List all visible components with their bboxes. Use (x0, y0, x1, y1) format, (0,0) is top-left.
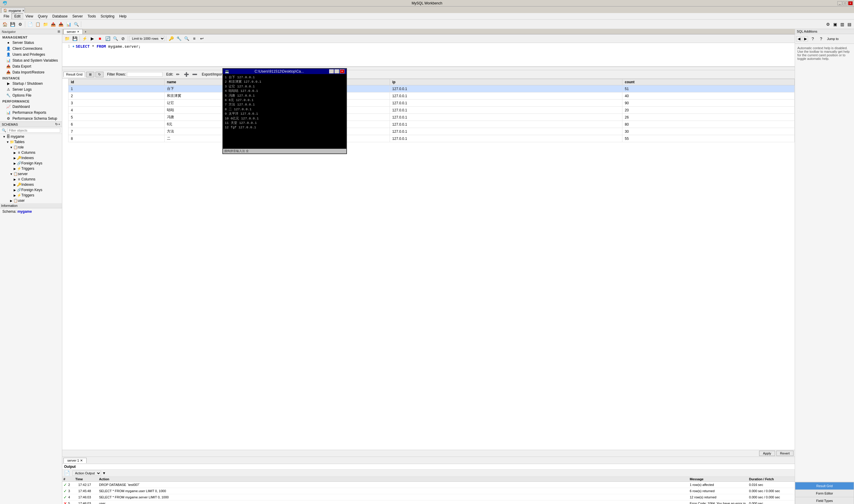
editor-tab-server[interactable]: server ✕ (64, 29, 83, 34)
find-btn[interactable]: 🔍 (183, 35, 190, 42)
edit-icon-2[interactable]: ➕ (183, 71, 190, 78)
sql-content[interactable]: SELECT * FROM mygame.server; (76, 44, 141, 49)
minimize-btn[interactable]: _ (837, 1, 842, 5)
btn2[interactable]: 📄 (27, 21, 34, 28)
close-btn[interactable]: ✕ (848, 1, 853, 5)
sidebar-item-startup-shutdown[interactable]: ▶ Startup / Shutdown (0, 80, 62, 87)
toggle-server-indexes[interactable]: ▶ (13, 183, 17, 186)
output-tab-server1[interactable]: server 1 ✕ (64, 458, 87, 463)
tree-item-mygame[interactable]: ▼ 🗄 mygame (0, 134, 62, 139)
output-row[interactable]: ✕517:46:03userError Code: 1064. You have… (62, 501, 795, 504)
filter-input[interactable] (7, 128, 60, 133)
cmd-minimize-btn[interactable]: _ (329, 69, 334, 73)
btn6[interactable]: 📥 (57, 21, 64, 28)
sidebar-item-data-export[interactable]: 📤 Data Export (0, 64, 62, 69)
wrap-btn[interactable]: ↩ (198, 35, 206, 42)
btn3[interactable]: 📋 (34, 21, 41, 28)
sidebar-item-dashboard[interactable]: 📈 Dashboard (0, 104, 62, 110)
layout-btn-3[interactable]: ▤ (846, 21, 853, 28)
beautify-btn[interactable]: 🔧 (175, 35, 182, 42)
menu-server[interactable]: Server (70, 14, 85, 19)
table-row[interactable]: 3让它127.0.0.190 (69, 100, 795, 107)
btn5[interactable]: 📤 (50, 21, 57, 28)
layout-btn-1[interactable]: ▣ (832, 21, 839, 28)
tree-item-server-triggers[interactable]: ▶ ⚡ Triggers (0, 193, 62, 198)
tree-item-server-indexes[interactable]: ▶ 🔑 Indexes (0, 182, 62, 187)
settings-btn[interactable]: ⚙ (17, 21, 24, 28)
sidebar-item-server-status[interactable]: ● Server Status (0, 40, 62, 46)
editor-tab-close[interactable]: ✕ (77, 30, 80, 33)
tree-item-server-columns[interactable]: ▶ ≡ Columns (0, 177, 62, 182)
form-editor-side-btn[interactable]: Form Editor (795, 489, 854, 497)
tree-item-role-columns[interactable]: ▶ ≡ Columns (0, 150, 62, 155)
menu-scripting[interactable]: Scripting (98, 14, 117, 19)
toggle-role-columns[interactable]: ▶ (13, 151, 17, 155)
column-btn[interactable]: ≡ (191, 35, 198, 42)
action-output-select[interactable]: Action Output (72, 470, 101, 476)
gear-icon[interactable]: ⚙ (824, 21, 832, 28)
tree-item-role-indexes[interactable]: ▶ 🔑 Indexes (0, 155, 62, 161)
menu-tools[interactable]: Tools (85, 14, 98, 19)
toggle-role[interactable]: ▼ (10, 146, 13, 149)
result-grid-tab[interactable]: Result Grid (64, 72, 85, 77)
stop-btn[interactable]: ■ (97, 35, 104, 42)
btn7[interactable]: 📊 (65, 21, 72, 28)
home-tab[interactable]: 🏠mygame✕ (1, 8, 25, 13)
sidebar-item-perf-schema[interactable]: ⚙ Performance Schema Setup (0, 115, 62, 122)
menu-database[interactable]: Database (50, 14, 70, 19)
tab-close-btn[interactable]: ✕ (22, 9, 24, 12)
sidebar-item-client-connections[interactable]: 👤 Client Connections (0, 46, 62, 52)
help-icon[interactable]: ? (809, 35, 816, 42)
refresh-btn[interactable]: 🔄 (104, 35, 111, 42)
menu-edit[interactable]: Edit (12, 13, 23, 19)
tree-item-tables[interactable]: ▼ 📁 Tables (0, 139, 62, 145)
tree-item-server[interactable]: ▼ 📋 server (0, 171, 62, 177)
sidebar-item-server-logs[interactable]: ⚠ Server Logs (0, 87, 62, 92)
menu-query[interactable]: Query (36, 14, 50, 19)
toggle-tables[interactable]: ▼ (6, 141, 10, 144)
output-row[interactable]: ✓317:45:48SELECT * FROM mygame.user LIMI… (62, 488, 795, 494)
sidebar-item-users-privileges[interactable]: 👤 Users and Privileges (0, 52, 62, 57)
edit-icon-3[interactable]: ➖ (191, 71, 198, 78)
navigator-expand-btn[interactable]: ⊞ (57, 30, 60, 34)
new-connection-btn[interactable]: 🏠 (1, 21, 8, 28)
sidebar-item-perf-reports[interactable]: 📊 Performance Reports (0, 110, 62, 115)
open-file-btn[interactable]: 📁 (64, 35, 71, 42)
table-row[interactable]: 1台下127.0.0.151 (69, 85, 795, 92)
revert-button[interactable]: Revert (776, 451, 794, 456)
cmd-close-btn[interactable]: ✕ (340, 69, 345, 73)
explain-btn[interactable]: 🔍 (112, 35, 119, 42)
tree-item-role-triggers[interactable]: ▶ ⚡ Triggers (0, 166, 62, 171)
menu-file[interactable]: File (1, 14, 12, 19)
toggle-role-indexes[interactable]: ▶ (13, 157, 17, 160)
table-row[interactable]: 5冯唐127.0.0.126 (69, 114, 795, 121)
schemas-add-btn[interactable]: + (58, 122, 60, 126)
limit-select[interactable]: Limit to 1000 rows (129, 36, 165, 41)
next-btn[interactable]: ▶ (803, 36, 808, 41)
toggle-server-triggers[interactable]: ▶ (13, 194, 17, 197)
new-tab-btn[interactable]: + (84, 29, 87, 34)
form-view-tab[interactable]: ⊞ (86, 72, 94, 77)
toggle-mygame[interactable]: ▼ (2, 135, 6, 138)
table-row[interactable]: 2和京津冀127.0.0.140 (69, 92, 795, 100)
toggle-user[interactable]: ▶ (10, 199, 13, 202)
format-btn[interactable]: 🔑 (168, 35, 175, 42)
editor-hscroll[interactable] (62, 67, 795, 70)
edit-icon-1[interactable]: ✏ (174, 71, 181, 78)
layout-btn-2[interactable]: ▥ (839, 21, 846, 28)
sidebar-item-data-import[interactable]: 📥 Data Import/Restore (0, 69, 62, 75)
help-icon-2[interactable]: ? (818, 35, 825, 42)
toggle-server-columns[interactable]: ▶ (13, 178, 17, 181)
btn4[interactable]: 📁 (42, 21, 49, 28)
table-row[interactable]: 7方法127.0.0.130 (69, 128, 795, 135)
tree-item-server-fk[interactable]: ▶ 🔗 Foreign Keys (0, 187, 62, 193)
menu-help[interactable]: Help (117, 14, 129, 19)
field-types-tab[interactable]: ↻ (95, 72, 104, 77)
toggle-server-fk[interactable]: ▶ (13, 188, 17, 192)
filter-rows-input[interactable] (127, 72, 162, 77)
tree-item-user[interactable]: ▶ 📋 user (0, 198, 62, 203)
tree-item-role[interactable]: ▼ 📋 role (0, 145, 62, 150)
toggle-role-fk[interactable]: ▶ (13, 162, 17, 165)
toggle-server[interactable]: ▼ (10, 173, 13, 176)
sidebar-item-options-file[interactable]: 🔧 Options File (0, 92, 62, 98)
